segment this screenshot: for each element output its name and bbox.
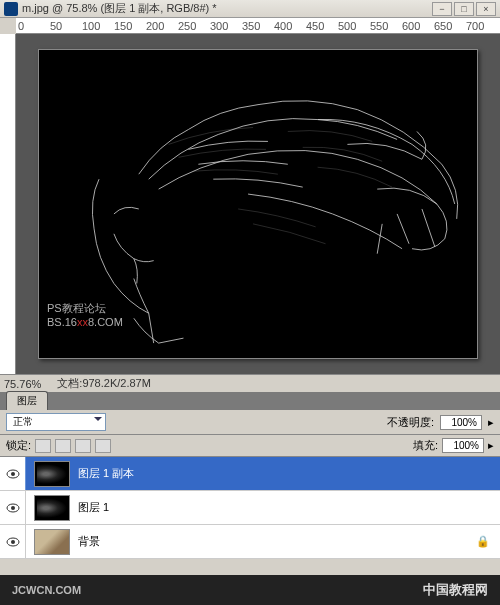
app-icon	[4, 2, 18, 16]
layer-row[interactable]: 图层 1	[0, 491, 500, 525]
close-button[interactable]: ×	[476, 2, 496, 16]
chevron-down-icon[interactable]: ▸	[488, 439, 494, 452]
ruler-horizontal: 0 50 100 150 200 250 300 350 400 450 500…	[16, 18, 500, 34]
site-footer: JCWCN.COM 中国教程网	[0, 575, 500, 605]
lock-icon: 🔒	[476, 535, 490, 548]
zoom-level[interactable]: 75.76%	[4, 378, 41, 390]
svg-point-3	[11, 506, 15, 510]
watermark: PS教程论坛 BS.16xx8.COM	[47, 301, 123, 328]
lock-position-icon[interactable]	[75, 439, 91, 453]
layers-list: 图层 1 副本 图层 1 背景 🔒	[0, 457, 500, 559]
window-title: m.jpg @ 75.8% (图层 1 副本, RGB/8#) *	[22, 1, 432, 16]
layer-name[interactable]: 图层 1	[78, 500, 500, 515]
lock-all-icon[interactable]	[95, 439, 111, 453]
visibility-toggle[interactable]	[0, 525, 26, 558]
svg-point-1	[11, 472, 15, 476]
layer-thumbnail[interactable]	[34, 461, 70, 487]
tab-layers[interactable]: 图层	[6, 391, 48, 410]
layer-thumbnail[interactable]	[34, 495, 70, 521]
footer-brand: 中国教程网	[423, 581, 488, 599]
doc-size: 文档:978.2K/2.87M	[57, 376, 151, 391]
ruler-vertical	[0, 34, 16, 374]
svg-point-5	[11, 540, 15, 544]
opacity-label: 不透明度:	[387, 415, 434, 430]
lock-label: 锁定:	[6, 438, 31, 453]
maximize-button[interactable]: □	[454, 2, 474, 16]
visibility-toggle[interactable]	[0, 457, 26, 490]
layer-name[interactable]: 背景	[78, 534, 476, 549]
document-canvas[interactable]: PS教程论坛 BS.16xx8.COM	[38, 49, 478, 359]
lock-transparency-icon[interactable]	[35, 439, 51, 453]
layer-thumbnail[interactable]	[34, 529, 70, 555]
layer-row[interactable]: 图层 1 副本	[0, 457, 500, 491]
layer-row[interactable]: 背景 🔒	[0, 525, 500, 559]
lock-pixels-icon[interactable]	[55, 439, 71, 453]
blend-mode-dropdown[interactable]: 正常	[6, 413, 106, 431]
fill-label: 填充:	[413, 438, 438, 453]
layer-name[interactable]: 图层 1 副本	[78, 466, 500, 481]
footer-url: JCWCN.COM	[12, 584, 81, 596]
visibility-toggle[interactable]	[0, 491, 26, 524]
canvas-area[interactable]: PS教程论坛 BS.16xx8.COM	[16, 34, 500, 374]
fill-input[interactable]: 100%	[442, 438, 484, 453]
opacity-input[interactable]: 100%	[440, 415, 482, 430]
chevron-down-icon[interactable]: ▸	[488, 416, 494, 429]
minimize-button[interactable]: −	[432, 2, 452, 16]
